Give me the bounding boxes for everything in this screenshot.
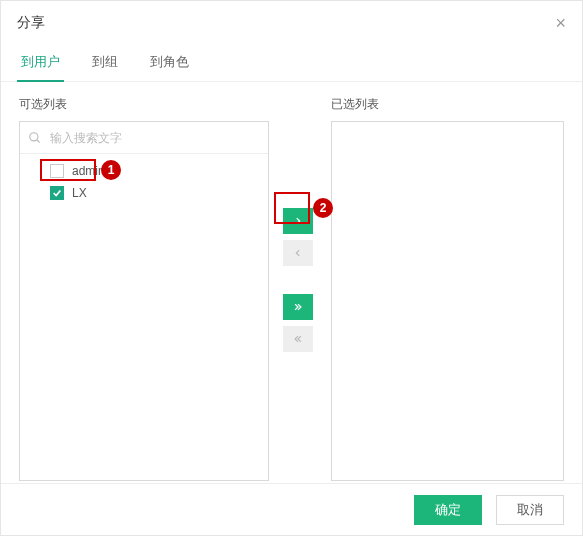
checkbox[interactable] (50, 186, 64, 200)
chevron-right-icon (293, 216, 303, 226)
list-item-label: admin (72, 164, 105, 178)
remove-button[interactable] (283, 240, 313, 266)
close-icon[interactable]: × (555, 14, 566, 32)
svg-point-0 (30, 132, 38, 140)
double-chevron-left-icon (292, 334, 304, 344)
selected-list (331, 121, 564, 481)
tab-to-user[interactable]: 到用户 (19, 45, 62, 81)
transfer-controls (269, 96, 327, 481)
tabs: 到用户 到组 到角色 (1, 45, 582, 82)
remove-all-button[interactable] (283, 326, 313, 352)
add-button[interactable] (283, 208, 313, 234)
list-item-label: LX (72, 186, 87, 200)
search-input[interactable] (48, 130, 260, 146)
svg-line-1 (37, 139, 40, 142)
checkbox[interactable] (50, 164, 64, 178)
selected-label: 已选列表 (331, 96, 564, 113)
cancel-button[interactable]: 取消 (496, 495, 564, 525)
double-chevron-right-icon (292, 302, 304, 312)
list-item[interactable]: LX (20, 182, 268, 204)
tab-to-role[interactable]: 到角色 (148, 45, 191, 81)
list-item[interactable]: admin (20, 160, 268, 182)
available-label: 可选列表 (19, 96, 269, 113)
add-all-button[interactable] (283, 294, 313, 320)
tab-to-group[interactable]: 到组 (90, 45, 120, 81)
chevron-left-icon (293, 248, 303, 258)
available-list: admin LX (19, 121, 269, 481)
search-icon (28, 131, 42, 145)
ok-button[interactable]: 确定 (414, 495, 482, 525)
dialog-title: 分享 (17, 14, 45, 32)
